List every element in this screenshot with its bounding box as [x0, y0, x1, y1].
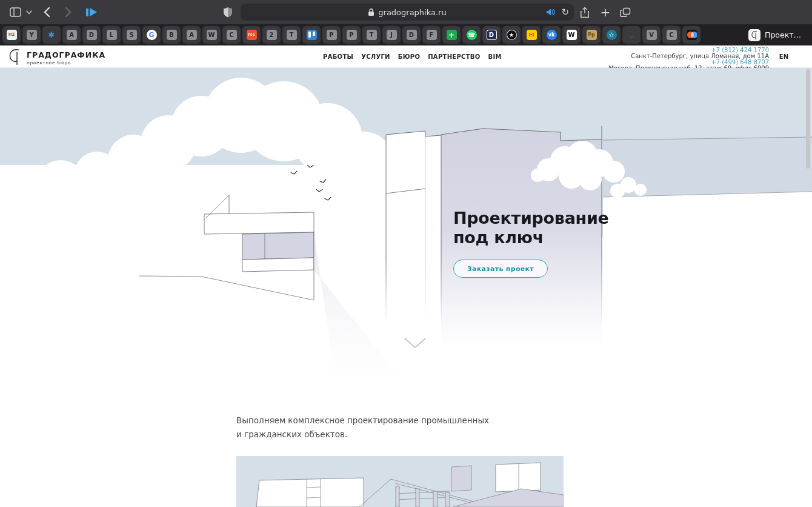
hero-title: Проектирование под ключ — [453, 209, 609, 247]
logo-title: ГРАДОГРАФИКА — [27, 48, 105, 59]
nav-item-services[interactable]: УСЛУГИ — [361, 53, 390, 60]
audio-playing-icon[interactable] — [546, 8, 555, 16]
hero-illustration — [0, 68, 812, 412]
privacy-shield-icon[interactable] — [219, 0, 236, 24]
bookmark-y-icon[interactable]: Y — [22, 26, 41, 44]
language-switch[interactable]: EN — [779, 53, 788, 60]
logo-subtitle: проектное бюро — [27, 60, 105, 65]
intro-line1: Выполняем комплексное проектирование про… — [236, 414, 812, 428]
bookmark-d1-icon[interactable]: D — [82, 26, 101, 44]
tab-overview-icon[interactable] — [616, 0, 635, 24]
share-icon[interactable] — [576, 0, 594, 24]
bookmark-star-teal-icon[interactable]: ☆ — [602, 26, 621, 44]
bookmark-vk-icon[interactable]: vk — [542, 26, 561, 44]
bottom-illustration — [236, 455, 564, 507]
bookmark-j1-icon[interactable]: J — [382, 26, 401, 44]
bookmark-p-a-icon[interactable]: P — [322, 26, 341, 44]
play-bar-glyph — [86, 8, 97, 16]
bookmark-d-navy-icon[interactable]: D — [482, 26, 501, 44]
lock-icon — [368, 8, 374, 16]
url-text: gradographika.ru — [378, 8, 446, 17]
hero-title-line2: под ключ — [453, 228, 609, 247]
bookmark-yandex-mail-icon[interactable]: ✉ — [522, 26, 541, 44]
address-bar[interactable]: gradographika.ru ↻ — [241, 4, 574, 21]
bookmark-spark-icon[interactable]: ✱ — [42, 26, 61, 44]
site-header: ГРАДОГРАФИКА проектное бюро РАБОТЫ УСЛУГ… — [0, 45, 812, 68]
nav-item-works[interactable]: РАБОТЫ — [323, 53, 353, 60]
logo-g-icon — [8, 48, 21, 65]
bookmark-l1-icon[interactable]: L — [102, 26, 121, 44]
site-favicon — [748, 29, 760, 41]
reload-icon[interactable]: ↻ — [561, 7, 569, 18]
bookmark-mastercard-icon[interactable] — [682, 26, 701, 44]
order-project-button[interactable]: Заказать проект — [453, 260, 548, 278]
hero-title-line1: Проектирование — [453, 209, 609, 228]
bookmark-c2-icon[interactable]: C — [662, 26, 681, 44]
bookmark-b1-icon[interactable]: B — [162, 26, 181, 44]
hero-section: Проектирование под ключ Заказать проект — [0, 68, 812, 412]
sidebar-toggle-icon[interactable] — [6, 0, 24, 24]
extension-icon[interactable] — [82, 0, 101, 24]
site-logo[interactable]: ГРАДОГРАФИКА проектное бюро — [8, 48, 105, 65]
bookmark-w1-icon[interactable]: W — [202, 26, 221, 44]
bookmark-trello-icon[interactable] — [302, 26, 321, 44]
new-tab-icon[interactable]: + — [596, 0, 614, 24]
bookmark-p2-icon[interactable]: П2 — [2, 26, 21, 44]
bookmark-star-black-icon[interactable]: ★ — [502, 26, 521, 44]
tab-title: Проект… — [765, 30, 801, 39]
page-scrollbar-thumb[interactable] — [806, 69, 810, 169]
bookmark-v1-icon[interactable]: V — [642, 26, 661, 44]
nav-item-bureau[interactable]: БЮРО — [398, 53, 420, 60]
bookmark-a1-icon[interactable]: A — [62, 26, 81, 44]
bookmark-fsg-icon[interactable]: FSG — [242, 26, 261, 44]
browser-toolbar: gradographika.ru ↻ + — [0, 0, 812, 24]
nav-item-bim[interactable]: BIM — [488, 53, 502, 60]
back-icon[interactable] — [38, 0, 56, 24]
bookmark-two-icon[interactable]: 2 — [262, 26, 281, 44]
bookmark-google-icon[interactable]: G — [142, 26, 161, 44]
bookmarks-strip: П2Y✱ADLSGBAWCFSG2TPPTJDF+☎D★✉vkWPp☆◡VC — [2, 26, 701, 44]
bookmark-f1-icon[interactable]: F — [422, 26, 441, 44]
bookmark-pp-gold-icon[interactable]: Pp — [582, 26, 601, 44]
bookmark-whatsapp-icon[interactable]: ☎ — [462, 26, 481, 44]
forward-icon[interactable] — [59, 0, 78, 24]
nav-item-partnership[interactable]: ПАРТНЕРСТВО — [428, 53, 480, 60]
bookmark-c1-icon[interactable]: C — [222, 26, 241, 44]
main-nav: РАБОТЫ УСЛУГИ БЮРО ПАРТНЕРСТВО BIM — [323, 45, 502, 68]
intro-line2: и гражданских объектов. — [236, 428, 812, 442]
bookmark-t1-icon[interactable]: T — [282, 26, 301, 44]
chevron-down-icon[interactable] — [24, 0, 34, 24]
intro-text: Выполняем комплексное проектирование про… — [236, 414, 812, 442]
active-tab[interactable]: Проект… — [748, 29, 801, 41]
bookmark-a2-icon[interactable]: A — [182, 26, 201, 44]
bookmark-p-b-icon[interactable]: P — [342, 26, 361, 44]
bookmark-s1-icon[interactable]: S — [122, 26, 141, 44]
bookmarks-bar: П2Y✱ADLSGBAWCFSG2TPPTJDF+☎D★✉vkWPp☆◡VC П… — [0, 24, 812, 45]
bookmark-wikipedia-icon[interactable]: W — [562, 26, 581, 44]
bookmark-green-plus-icon[interactable]: + — [442, 26, 461, 44]
bookmark-doodle-red-icon[interactable]: ◡ — [622, 26, 641, 44]
bookmark-t2-icon[interactable]: T — [362, 26, 381, 44]
bookmark-d2-icon[interactable]: D — [402, 26, 421, 44]
